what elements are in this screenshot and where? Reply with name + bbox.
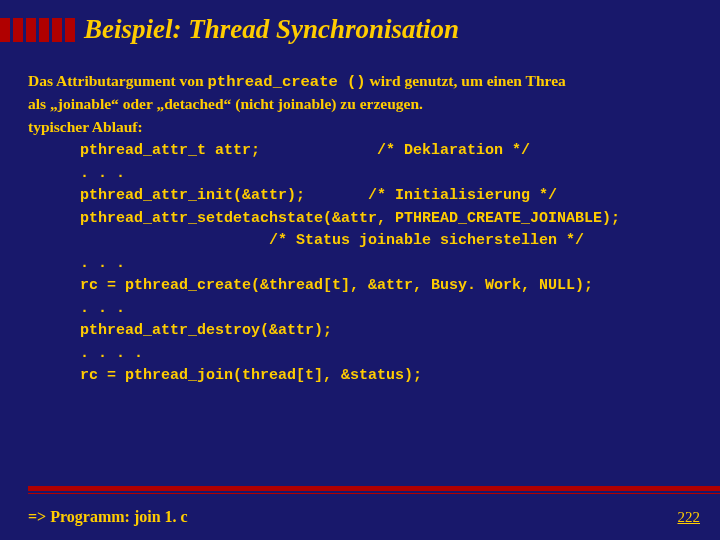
footer-divider [28, 486, 720, 494]
intro-text-2: wird genutzt, um einen Threa [366, 72, 566, 89]
footer-text: => Programm: join 1. c [28, 508, 188, 526]
intro-code: pthread_create () [208, 73, 366, 91]
slide-body: Das Attributargument von pthread_create … [0, 58, 720, 388]
slide-header: Beispiel: Thread Synchronisation [0, 0, 720, 58]
logo-bars-icon [0, 18, 75, 42]
intro-line-1: Das Attributargument von pthread_create … [28, 70, 720, 93]
code-block: pthread_attr_t attr; /* Deklaration */ .… [28, 140, 720, 388]
intro-line-3: typischer Ablauf: [28, 116, 720, 138]
intro-line-2: als „joinable“ oder „detached“ (nicht jo… [28, 93, 720, 115]
slide-title: Beispiel: Thread Synchronisation [84, 14, 720, 45]
intro-text-1: Das Attributargument von [28, 72, 208, 89]
page-number: 222 [678, 509, 701, 526]
